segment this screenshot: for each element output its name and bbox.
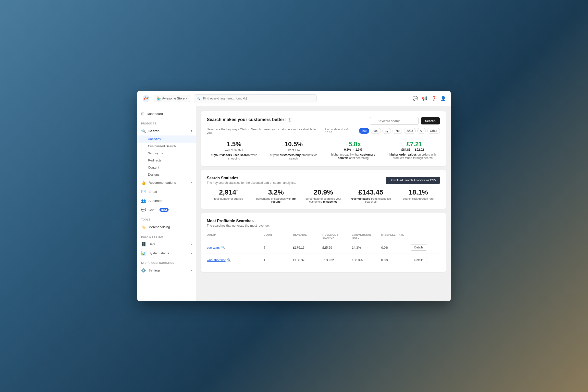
svg-point-1 [144, 99, 144, 100]
stat-ctr-desc: search click through rate [396, 197, 440, 200]
date-filter-90d[interactable]: 90d [371, 128, 381, 134]
stat-visitors-value: 1.5% [207, 140, 262, 148]
stat-ctr: 18.1% search click through rate [396, 188, 440, 203]
svg-point-2 [145, 96, 146, 98]
stat-customers-value: 10.5% [266, 140, 321, 148]
row2-misspell-rate: 0.0% [381, 258, 409, 262]
search-arrow-icon: ▾ [190, 130, 192, 132]
date-filter-2023[interactable]: 2023 [404, 128, 416, 134]
global-search-input[interactable] [194, 94, 316, 102]
date-filter-all[interactable]: All [417, 128, 426, 134]
stat-queries-value: 2,914? [207, 188, 250, 196]
profitable-table: QUERY COUNT REVENUE REVENUE / SEARCH CON… [207, 231, 440, 266]
sidebar-item-system-status[interactable]: 📊 System status › [137, 249, 196, 258]
sidebar-label-data: Data [148, 242, 156, 246]
sidebar-label-dashboard: Dashboard [147, 112, 163, 116]
sidebar-subitem-content[interactable]: Content [137, 164, 196, 171]
order-value-arrow-icon: ↑ [403, 142, 405, 146]
top-nav: 🏪 Awesome Store ▾ 🔍 💬 📢 ❓ 👤 [137, 91, 451, 106]
data-icon: 🗄️ [141, 242, 146, 246]
search-stats-card: Search Statistics The key search statist… [201, 170, 446, 209]
profitable-searches-title: Most Profitable Searches [207, 219, 440, 223]
stat-no-results-desc: percentage of searches with no results [254, 197, 298, 203]
sidebar-section-tools: TOOLS [137, 214, 196, 222]
sidebar-section-products: PRODUCTS [137, 118, 196, 126]
sidebar: ⊞ Dashboard PRODUCTS 🔍 Search ▾ Analytic… [137, 106, 196, 301]
last-update-text: Last update Nov 04 10:16 [325, 128, 356, 134]
stat-ctr-value: 18.1% [396, 188, 440, 196]
sidebar-item-audience[interactable]: 👥 Audience [137, 196, 196, 205]
chat-icon[interactable]: 💬 [412, 96, 418, 101]
sidebar-subitem-synonyms[interactable]: Synonyms [137, 150, 196, 157]
row2-details-button[interactable]: Details [410, 257, 427, 263]
sidebar-item-chat[interactable]: 💬 Chat New! [137, 205, 196, 214]
sidebar-item-merchandising[interactable]: 🏷️ Merchandising [137, 222, 196, 232]
notification-icon[interactable]: 📢 [422, 96, 427, 101]
global-search-bar[interactable]: 🔍 [194, 94, 316, 102]
search-stats-metrics-row: 2,914? total number of queries 3.2% perc… [207, 188, 440, 203]
stat-conversion-description: higher probability that customers conver… [326, 153, 380, 160]
sidebar-label-search: Search [148, 129, 160, 133]
sidebar-item-email[interactable]: ✉️ Email [137, 187, 196, 196]
row1-query-link[interactable]: star wars 🔍 [207, 246, 262, 250]
svg-point-0 [142, 95, 150, 102]
date-filter-other[interactable]: Other [427, 128, 440, 134]
chat-nav-icon: 💬 [141, 208, 146, 212]
settings-arrow-icon: › [191, 269, 192, 272]
recommendations-icon: 👍 [141, 180, 146, 185]
stat-misspelled-value: 20.9% [302, 188, 345, 196]
stat-order-value: ↑ £7.21 £84.81 → £92.02 higher order val… [386, 140, 440, 160]
stat-revenue-saved: £143.45 revenue saved from misspelled se… [349, 188, 393, 203]
sidebar-label-email: Email [148, 190, 157, 194]
row2-count: 1 [264, 258, 291, 262]
keyword-search-area: 🔍 Search [370, 117, 440, 125]
hero-title-info-icon[interactable]: i [288, 118, 291, 122]
conversion-arrow-up-icon: ↑ [346, 142, 347, 146]
date-filter-ytd[interactable]: Ytd [392, 128, 402, 134]
date-filter-row: Below are the key ways Clerk.io Search m… [207, 127, 440, 134]
row1-details-button[interactable]: Details [410, 244, 427, 251]
stat-no-results-value: 3.2% [254, 188, 298, 196]
col-header-query: QUERY [207, 233, 262, 239]
row2-conversion-rate: 100.0% [352, 258, 379, 262]
user-icon[interactable]: 👤 [440, 96, 446, 101]
stat-customers-buy: 10.5% 12 of 114 of your customers buy pr… [266, 140, 321, 160]
date-filter-30d[interactable]: 30d [359, 128, 369, 134]
sidebar-item-settings[interactable]: ⚙️ Settings › [137, 266, 196, 275]
row1-misspell-rate: 0.0% [381, 246, 409, 250]
date-filter-1y[interactable]: 1y [382, 128, 391, 134]
hero-stats-row: 1.5% 470 of 32,371 of your visitors uses… [207, 140, 440, 160]
sidebar-subitem-customized-search[interactable]: Customized Search [137, 142, 196, 150]
keyword-search-button[interactable]: Search [421, 117, 440, 124]
dashboard-icon: ⊞ [141, 112, 144, 116]
stat-order-value-val: £7.21 [406, 140, 422, 148]
profitable-searches-subtitle: The searches that generate the most reve… [207, 224, 440, 227]
svg-point-3 [146, 98, 148, 100]
help-icon[interactable]: ❓ [431, 96, 436, 101]
keyword-search-input[interactable] [370, 117, 419, 125]
hero-card-header: Search makes your customers better! i 🔍 … [207, 117, 440, 125]
sidebar-subitem-designs[interactable]: Designs [137, 171, 196, 178]
sidebar-item-search[interactable]: 🔍 Search ▾ [137, 126, 196, 136]
row1-search-icon: 🔍 [221, 246, 225, 249]
sidebar-item-data[interactable]: 🗄️ Data › [137, 240, 196, 249]
data-arrow-icon: › [191, 243, 192, 246]
sidebar-item-dashboard[interactable]: ⊞ Dashboard [137, 109, 196, 118]
stat-order-sub: £84.81 → £92.02 [386, 148, 440, 152]
sidebar-subitem-analytics[interactable]: Analytics [137, 136, 196, 142]
sidebar-label-settings: Settings [148, 268, 160, 272]
col-header-conversion-rate: CONVERSION RATE [352, 233, 379, 239]
sidebar-item-recommendations[interactable]: 👍 Recommendations › [137, 178, 196, 187]
download-csv-button[interactable]: Download Search Analytics as CSV [386, 177, 440, 184]
sidebar-subitem-redirects[interactable]: Redirects [137, 157, 196, 164]
row2-revenue-per-search: £138.32 [322, 258, 350, 262]
queries-question-icon[interactable]: ? [236, 190, 238, 193]
sidebar-label-recommendations: Recommendations [148, 181, 176, 184]
stat-conversion-value: 5.8x [349, 140, 361, 148]
recommendations-arrow-icon: › [191, 181, 192, 184]
store-selector[interactable]: 🏪 Awesome Store ▾ [154, 95, 190, 102]
row1-query: star wars 🔍 [207, 246, 262, 250]
row2-query-link[interactable]: who shot first 🔍 [207, 258, 262, 262]
sidebar-section-data: DATA & SYSTEM [137, 232, 196, 240]
stat-revenue-saved-desc: revenue saved from misspelled searches [349, 197, 393, 203]
